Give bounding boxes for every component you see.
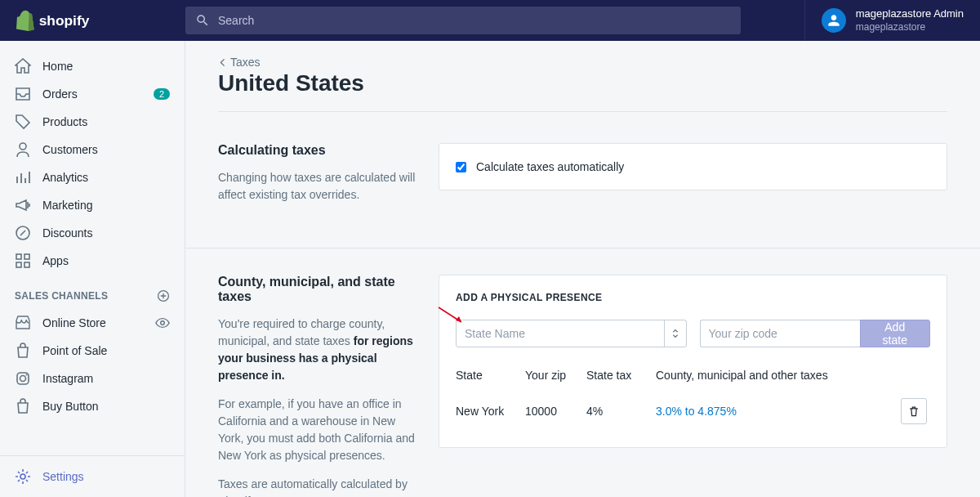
th-rate: State tax	[586, 369, 656, 382]
sidebar-item-marketing[interactable]: Marketing	[0, 191, 185, 219]
cell-other-link[interactable]: 3.0% to 4.875%	[656, 405, 737, 418]
search-box[interactable]	[185, 7, 741, 34]
svg-rect-4	[24, 254, 29, 259]
sidebar-channel-online-store[interactable]: Online Store	[0, 309, 185, 337]
chevron-left-icon	[218, 58, 227, 67]
add-state-button[interactable]: Add state	[860, 320, 931, 347]
plus-circle-icon[interactable]	[157, 289, 170, 302]
state-input[interactable]	[456, 320, 687, 347]
presence-section: County, municipal, and state taxes You'r…	[218, 275, 947, 497]
instagram-icon	[15, 370, 31, 387]
sidebar-channel-instagram[interactable]: Instagram	[0, 365, 185, 392]
th-state: State	[456, 369, 525, 382]
sidebar: Home Orders 2 Products Customers Analyti…	[0, 41, 185, 497]
avatar	[822, 8, 846, 33]
sidebar-item-discounts[interactable]: Discounts	[0, 219, 185, 247]
shopify-logo[interactable]: shopify	[0, 10, 185, 31]
sidebar-item-products[interactable]: Products	[0, 108, 185, 136]
store-name: mageplazastore	[856, 21, 964, 34]
sidebar-item-label: Home	[42, 60, 73, 73]
user-area[interactable]: mageplazastore Admin mageplazastore	[804, 0, 980, 41]
sidebar-item-label: Orders	[42, 87, 78, 101]
user-icon	[15, 141, 31, 158]
sidebar-item-label: Apps	[42, 254, 69, 267]
svg-text:shopify: shopify	[39, 12, 90, 29]
sidebar-item-label: Marketing	[42, 199, 92, 212]
sidebar-item-home[interactable]: Home	[0, 52, 185, 80]
svg-rect-5	[16, 262, 21, 267]
card-header: ADD A PHYSICAL PRESENCE	[456, 292, 930, 303]
svg-point-11	[26, 374, 28, 376]
breadcrumb-back[interactable]: Taxes	[218, 56, 261, 69]
sidebar-item-label: Settings	[42, 470, 84, 483]
top-bar: shopify mageplazastore Admin mageplazast…	[0, 0, 980, 41]
calculating-taxes-section: Calculating taxes Changing how taxes are…	[218, 143, 947, 215]
calc-card: Calculate taxes automatically	[439, 143, 947, 190]
sidebar-item-settings[interactable]: Settings	[0, 463, 185, 490]
breadcrumb-label: Taxes	[230, 56, 261, 69]
sidebar-item-label: Analytics	[42, 171, 88, 184]
page-title: United States	[218, 70, 947, 96]
svg-point-1	[20, 143, 26, 150]
cell-state: New York	[456, 405, 525, 418]
home-icon	[15, 58, 31, 74]
sales-channels-header: SALES CHANNELS	[0, 283, 185, 309]
sidebar-item-customers[interactable]: Customers	[0, 136, 185, 163]
sidebar-item-label: Customers	[42, 143, 98, 156]
sidebar-item-apps[interactable]: Apps	[0, 247, 185, 275]
svg-point-12	[20, 474, 25, 479]
delete-row-button[interactable]	[901, 398, 927, 424]
section-description: For example, if you have an office in Ca…	[218, 396, 422, 464]
gear-icon	[15, 468, 31, 485]
search-input[interactable]	[218, 14, 731, 27]
section-description: Changing how taxes are calculated will a…	[218, 169, 422, 204]
cell-rate: 4%	[586, 405, 656, 418]
sidebar-item-orders[interactable]: Orders 2	[0, 80, 185, 108]
store-icon	[15, 315, 31, 331]
sidebar-channel-buy-button[interactable]: Buy Button	[0, 392, 185, 420]
sidebar-item-label: Online Store	[42, 316, 106, 329]
presence-table: State Your zip State tax County, municip…	[456, 362, 930, 431]
grid-icon	[15, 253, 31, 269]
th-zip: Your zip	[525, 369, 586, 382]
section-title: Calculating taxes	[218, 143, 422, 158]
state-select[interactable]	[456, 320, 687, 347]
auto-calc-label: Calculate taxes automatically	[476, 160, 624, 173]
svg-rect-3	[16, 254, 21, 259]
eye-icon[interactable]	[155, 316, 170, 330]
sidebar-item-label: Discounts	[42, 226, 92, 240]
sidebar-item-label: Instagram	[42, 372, 93, 385]
section-title: County, municipal, and state taxes	[218, 275, 422, 304]
divider	[218, 111, 947, 112]
cell-zip: 10000	[525, 405, 586, 418]
divider	[185, 248, 980, 248]
auto-calc-checkbox[interactable]	[456, 162, 466, 172]
sidebar-item-label: Point of Sale	[42, 344, 107, 357]
svg-point-10	[20, 376, 26, 382]
orders-badge: 2	[154, 88, 170, 100]
percent-icon	[15, 225, 31, 241]
chart-icon	[15, 169, 31, 186]
search-container	[185, 0, 741, 41]
section-description: You're required to charge county, munici…	[218, 316, 422, 384]
bag-icon	[15, 343, 31, 359]
user-name: mageplazastore Admin	[856, 7, 964, 21]
svg-point-8	[161, 321, 165, 325]
inbox-icon	[15, 86, 31, 102]
button-icon	[15, 398, 31, 414]
sidebar-item-label: Buy Button	[42, 400, 99, 413]
sidebar-item-label: Products	[42, 115, 87, 128]
trash-icon	[907, 405, 920, 418]
user-text: mageplazastore Admin mageplazastore	[856, 7, 964, 34]
tag-icon	[15, 114, 31, 130]
zip-input[interactable]	[700, 320, 860, 347]
sidebar-item-analytics[interactable]: Analytics	[0, 163, 185, 191]
th-other: County, municipal and other taxes	[656, 369, 901, 382]
search-icon	[195, 13, 210, 28]
presence-card: ADD A PHYSICAL PRESENCE Add state	[439, 275, 947, 448]
svg-rect-6	[24, 262, 29, 267]
main-content: Taxes United States Calculating taxes Ch…	[185, 41, 980, 497]
sidebar-channel-pos[interactable]: Point of Sale	[0, 337, 185, 365]
megaphone-icon	[15, 197, 31, 213]
table-row: New York 10000 4% 3.0% to 4.875%	[456, 388, 930, 431]
